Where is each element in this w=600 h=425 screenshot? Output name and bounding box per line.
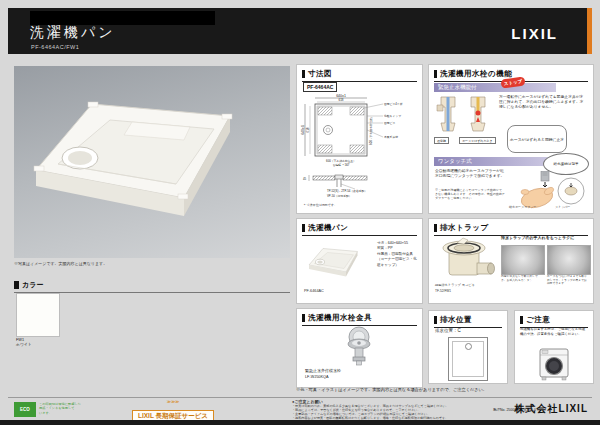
color-name: ホワイト bbox=[16, 343, 32, 348]
dim-right-600: 600（下水排水芯位置） bbox=[369, 115, 373, 145]
model-number: PF-6464AC/FW1 bbox=[31, 44, 79, 50]
caution-title-text: ご注意 bbox=[526, 315, 550, 325]
dimension-footnote: ＊寸法単位はmmです。 bbox=[303, 203, 337, 207]
disclaimer-text: ※色・写真・イラストはイメージです。実際内容とは異なる場合がありますので、ご注意… bbox=[296, 387, 592, 392]
hand-illustration bbox=[507, 171, 589, 209]
pan-spec-accessory2: （コーナー固定ビス・化粧キャップ） bbox=[377, 257, 419, 268]
title-bar-mark bbox=[302, 70, 305, 78]
trap-photo1-caption: 内筒が工具なしで取り外しでき、お手入れもカンタン。 bbox=[501, 275, 543, 282]
label-normal: 通常時 bbox=[434, 137, 449, 144]
label-vp50: VP-50（現場手配） bbox=[327, 194, 352, 198]
label-fixing-screws: 固定ビス4ヶ所 bbox=[384, 102, 403, 106]
pan-thumb-caption: PF-6464AC bbox=[304, 289, 324, 293]
pan-panel-title: 洗濯機パン bbox=[302, 223, 417, 236]
dimension-title-text: 寸法図 bbox=[308, 69, 332, 79]
trap-photo2-caption: ホースをつないだままでも取り外しでき、トラップの奥までお掃除できます。 bbox=[547, 275, 589, 286]
trap-headline: 排水トラップのお手入れをもっとラクに bbox=[501, 235, 589, 240]
label-deco-cap: 化粧キャップ bbox=[384, 114, 401, 118]
warranty-decoration: ≫≫≫ bbox=[118, 399, 228, 404]
faucet-title-text: 洗濯機用水栓金具 bbox=[308, 313, 372, 323]
washing-pan-image bbox=[14, 66, 290, 258]
title-bar-mark bbox=[434, 224, 437, 232]
faucet-caption1: 緊急止水弁付横水栓 bbox=[305, 368, 341, 373]
title-bar-mark bbox=[520, 316, 523, 324]
lixil-logo: LIXIL bbox=[511, 25, 558, 42]
dimension-model-badge: PF-6464AC bbox=[303, 82, 337, 92]
redacted-box bbox=[30, 11, 215, 25]
trap-caption2: TF-52/FW1 bbox=[435, 289, 451, 293]
eco-text: この印刷物は環境に配慮した 用紙・インキを使用して います。 bbox=[39, 402, 81, 415]
label-fixing-screw: 固定ビス bbox=[384, 121, 395, 125]
color-swatch bbox=[16, 293, 60, 337]
dim-top-640: 640±1 bbox=[336, 94, 346, 98]
one-touch-band: ワンタッチ式 bbox=[434, 157, 556, 166]
section-marker bbox=[14, 281, 19, 289]
faucet-diagram-normal bbox=[435, 95, 461, 135]
dimension-drawing: 640±1 618 640±1 618 600（下水排水芯位置） 600（下水排… bbox=[299, 92, 420, 198]
footer-notes: ●ご注意とお願い ・写真は印刷のため、実際の色と多少異なる場合がございます。商品… bbox=[292, 399, 517, 420]
pan-title-text: 洗濯機パン bbox=[308, 223, 348, 233]
pan-panel: 洗濯機パン PF-6464AC 寸法：640×640×55 材質：PP 付属品：… bbox=[296, 218, 423, 304]
color-swatch-caption: FW1 ホワイト bbox=[16, 338, 32, 348]
emergency-stop-band: 緊急止水機能付 bbox=[434, 83, 556, 92]
washer-illustration bbox=[535, 347, 573, 381]
dim-top-618: 618 bbox=[338, 98, 343, 102]
label-wood-floor: 木質系床材 bbox=[384, 135, 398, 139]
title-bar-mark bbox=[434, 70, 437, 78]
eco-mark-logo: ECO bbox=[14, 402, 36, 417]
title-bar-mark bbox=[302, 224, 305, 232]
dimension-panel-title: 寸法図 bbox=[302, 69, 417, 82]
trap-photo-1 bbox=[501, 245, 545, 275]
pan-thumbnail bbox=[303, 239, 373, 287]
footer-divider bbox=[8, 397, 592, 398]
drain-hole-marker bbox=[465, 343, 472, 350]
position-panel: 排水位置 排水位置：C bbox=[428, 310, 508, 384]
dim-section-45: 45 bbox=[303, 177, 307, 181]
dim-left-618: 618 bbox=[306, 127, 310, 132]
trap-title-text: 排水トラップ bbox=[440, 223, 489, 233]
catalog-page: 洗濯機パン PF-6464AC/FW1 LIXIL ※写真はイメージです。実際内… bbox=[0, 0, 600, 425]
trap-panel: 排水トラップ 縦型排水トラップ ヨコビキ TF-52/FW1 排水トラップのお手… bbox=[428, 218, 594, 304]
position-title-text: 排水位置 bbox=[440, 315, 472, 325]
product-photo bbox=[14, 66, 290, 258]
function-panel: 洗濯機用水栓の機能 緊急止水機能付 ストップ 通常時 ホースがはずれたとき 万一… bbox=[428, 64, 594, 214]
photo-caption: ※写真はイメージです。実際内容とは異なります。 bbox=[14, 261, 107, 266]
trap-photo-2 bbox=[547, 245, 591, 275]
pan-specs: 寸法：640×640×55 材質：PP 付属品：固定取付金具 （コーナー固定ビス… bbox=[377, 241, 419, 268]
bottom-black-bar bbox=[0, 420, 600, 425]
dimension-panel: 寸法図 PF-6464AC 640±1 618 640±1 618 bbox=[296, 64, 423, 214]
color-section-title: カラー bbox=[22, 280, 43, 290]
caution-body: 洗濯機を設置する際は、ご使用になる洗濯機の寸法、設置条件をご確認ください。 bbox=[520, 327, 588, 336]
title-bar-mark bbox=[434, 316, 437, 324]
dim-left-640: 640±1 bbox=[301, 125, 305, 135]
dim-base-width: 台輪幅 ＊567 bbox=[333, 163, 350, 167]
accent-stripe bbox=[587, 8, 592, 54]
header-bar: 洗濯機パン PF-6464AC/FW1 LIXIL bbox=[8, 8, 592, 54]
faucet-diagram-stopped bbox=[465, 95, 491, 135]
title-bar-mark bbox=[302, 314, 305, 322]
trap-image bbox=[435, 237, 495, 281]
eco-line: います。 bbox=[39, 411, 81, 415]
one-touch-note: ※ご使用の洗濯機によってはワンタッチ接続ができない機種もあります。その場合は、市… bbox=[435, 189, 505, 201]
dim-bottom-600: 600（下水排水芯位置） bbox=[326, 159, 356, 163]
position-value: 排水位置：C bbox=[435, 328, 461, 333]
faucet-panel: 洗濯機用水栓金具 緊急止水弁付横水栓 LF-WJ50KQA bbox=[296, 308, 423, 388]
page-title: 洗濯機パン bbox=[30, 24, 116, 42]
function-title-text: 洗濯機用水栓の機能 bbox=[440, 69, 512, 79]
label-hose-coupler: 給水ホースカプラー bbox=[509, 205, 536, 209]
position-panel-title: 排水位置 bbox=[434, 315, 502, 328]
stop-bubble: ホースがはずれると同時に止水 bbox=[507, 125, 567, 153]
faucet-image bbox=[335, 324, 383, 366]
trap-caption1: 縦型排水トラップ ヨコビキ bbox=[435, 283, 475, 287]
label-stopper: ストッパー bbox=[555, 205, 570, 209]
color-section-header: カラー bbox=[14, 280, 290, 293]
caution-panel: ご注意 洗濯機を設置する際は、ご使用になる洗濯機の寸法、設置条件をご確認ください… bbox=[514, 310, 594, 384]
label-trap-spec: TP-52(S)・2TP-54（接着手配） bbox=[327, 189, 367, 193]
one-touch-body: 全自動洗濯機の給水ホースカプラーが吐水口先端にワンタッチで接続できます。 bbox=[435, 169, 505, 179]
company-name: 株式会社LIXIL bbox=[515, 402, 588, 416]
faucet-caption2: LF-WJ50KQA bbox=[305, 375, 328, 379]
emergency-stop-body: 万一運転中にホースがはずれても緊急止水弁が水圧に押されて、水の出口を瞬時にふさぎ… bbox=[499, 95, 587, 110]
label-hose-off: ホースがはずれたとき bbox=[459, 137, 496, 144]
position-diagram bbox=[448, 337, 488, 381]
